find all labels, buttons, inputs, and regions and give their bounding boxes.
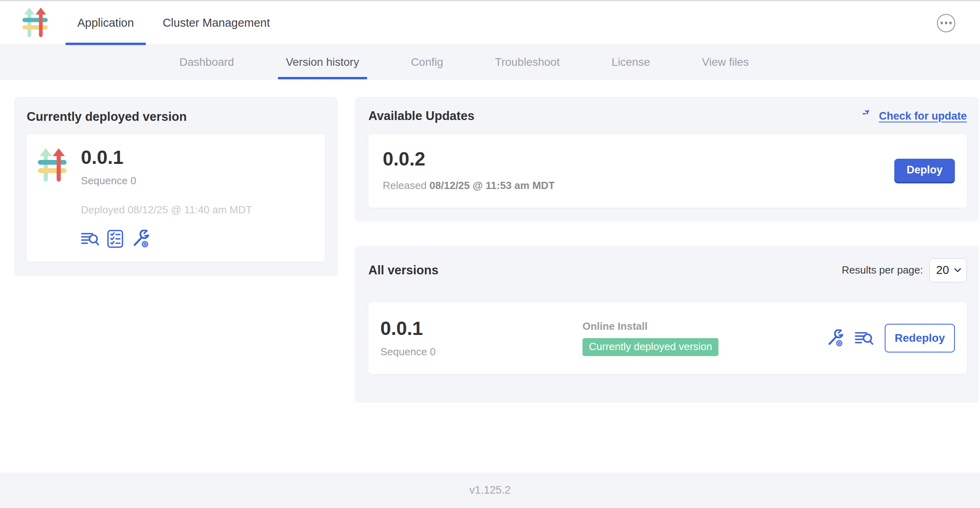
more-options-button[interactable] — [937, 14, 955, 32]
update-card: 0.0.2 Released 08/12/25 @ 11:53 am MDT D… — [368, 134, 967, 208]
tab-cluster-management-label: Cluster Management — [163, 16, 270, 30]
available-updates-title: Available Updates — [368, 109, 474, 123]
version-row-actions — [826, 329, 874, 347]
results-per-page-group: Results per page: 20 — [842, 258, 967, 282]
ellipsis-icon — [945, 22, 948, 24]
top-header: Application Cluster Management — [0, 1, 980, 45]
console-version: v1.125.2 — [469, 484, 511, 496]
deployed-version-card: 0.0.1 Sequence 0 Deployed 08/12/25 @ 11:… — [27, 134, 325, 262]
edit-config-wrench-icon[interactable] — [826, 329, 844, 347]
version-row: 0.0.1 Sequence 0 Online Install Currentl… — [368, 302, 967, 374]
available-updates-panel: Available Updates Check for update 0.0.2… — [355, 97, 979, 221]
main-content: Currently deployed version 0.0.1 Sequenc… — [0, 79, 980, 473]
deploy-button[interactable]: Deploy — [894, 159, 955, 182]
deployed-timestamp: Deployed 08/12/25 @ 11:40 am MDT — [81, 204, 252, 216]
preflight-checklist-icon[interactable] — [107, 230, 123, 248]
version-row-status: Online Install Currently deployed versio… — [582, 320, 826, 356]
ellipsis-icon — [941, 22, 943, 24]
subnav-license[interactable]: License — [612, 45, 650, 79]
redeploy-button[interactable]: Redeploy — [885, 324, 955, 352]
subnav-config[interactable]: Config — [411, 45, 443, 79]
edit-config-wrench-icon[interactable] — [131, 230, 150, 248]
ellipsis-icon — [949, 22, 952, 24]
release-notes-icon[interactable] — [81, 231, 99, 247]
tab-application[interactable]: Application — [63, 1, 148, 45]
row-sequence: Sequence 0 — [380, 346, 582, 358]
check-for-update-link[interactable]: Check for update — [863, 110, 967, 122]
row-version-number: 0.0.1 — [380, 318, 582, 339]
currently-deployed-panel: Currently deployed version 0.0.1 Sequenc… — [14, 97, 338, 276]
deployed-actions — [81, 230, 252, 248]
results-per-page-select[interactable]: 20 — [929, 258, 967, 282]
released-prefix: Released — [383, 179, 429, 191]
app-subnav: Dashboard Version history Config Trouble… — [0, 45, 980, 79]
tab-cluster-management[interactable]: Cluster Management — [148, 1, 284, 45]
all-versions-header: All versions Results per page: 20 — [368, 258, 967, 282]
subnav-troubleshoot[interactable]: Troubleshoot — [495, 45, 560, 79]
update-released-line: Released 08/12/25 @ 11:53 am MDT — [383, 179, 555, 192]
results-per-page-value: 20 — [936, 264, 949, 277]
update-version-number: 0.0.2 — [383, 149, 555, 170]
subnav-version-history[interactable]: Version history — [286, 45, 359, 79]
left-column: Currently deployed version 0.0.1 Sequenc… — [14, 97, 338, 276]
deployed-version-info: 0.0.1 Sequence 0 Deployed 08/12/25 @ 11:… — [81, 147, 252, 248]
currently-deployed-title: Currently deployed version — [27, 110, 325, 124]
chevron-down-icon — [954, 268, 961, 272]
footer: v1.125.2 — [0, 473, 980, 508]
deployed-sequence: Sequence 0 — [81, 175, 252, 187]
right-column: Available Updates Check for update 0.0.2… — [355, 97, 979, 403]
subnav-dashboard[interactable]: Dashboard — [179, 45, 234, 79]
currently-deployed-badge: Currently deployed version — [582, 338, 718, 356]
results-per-page-label: Results per page: — [842, 264, 923, 276]
refresh-icon — [863, 110, 875, 122]
update-info: 0.0.2 Released 08/12/25 @ 11:53 am MDT — [383, 149, 555, 192]
install-type-label: Online Install — [582, 320, 826, 333]
all-versions-title: All versions — [368, 263, 439, 278]
check-for-update-label: Check for update — [879, 110, 967, 122]
released-date: 08/12/25 @ 11:53 am MDT — [429, 179, 555, 191]
version-row-info: 0.0.1 Sequence 0 — [380, 318, 582, 358]
tab-application-label: Application — [77, 16, 134, 30]
subnav-view-files[interactable]: View files — [702, 45, 749, 79]
release-notes-icon[interactable] — [855, 330, 874, 346]
page: Application Cluster Management Dashboard… — [0, 0, 980, 508]
app-logo-icon — [38, 148, 67, 184]
app-logo-icon — [22, 8, 48, 39]
deployed-version-number: 0.0.1 — [81, 147, 252, 168]
all-versions-panel: All versions Results per page: 20 0.0.1 … — [355, 246, 979, 403]
available-updates-header: Available Updates Check for update — [368, 109, 967, 123]
